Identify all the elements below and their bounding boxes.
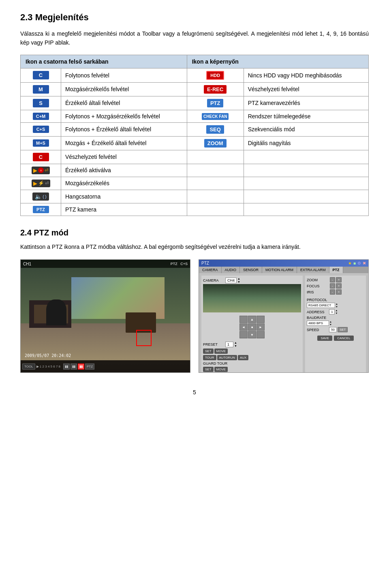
tab-ptz[interactable]: PTZ xyxy=(329,267,343,273)
text-cell-right: Nincs HDD vagy HDD meghibásodás xyxy=(244,68,368,82)
speed-set[interactable]: SET xyxy=(338,327,348,332)
motion-wave-icon: ▶ ⚡ ⏎ xyxy=(32,180,50,187)
zoom-minus[interactable]: - xyxy=(330,277,335,282)
protocol-up[interactable]: ▲ xyxy=(336,303,338,305)
text-cell: Mozgásérzékelés xyxy=(61,177,187,190)
addr-up[interactable]: ▲ xyxy=(335,309,338,312)
iris-plus[interactable]: + xyxy=(336,289,342,295)
empty-icon-cell xyxy=(187,190,244,203)
icon-cell-right: HDD xyxy=(187,68,244,82)
speed-value: 50 xyxy=(329,327,337,332)
empty-text-cell xyxy=(244,150,368,164)
aux-button[interactable]: AUX xyxy=(238,355,248,360)
m-icon: M xyxy=(33,85,49,94)
table-row: ▶ ● ⏎ Érzékelő aktiválva xyxy=(21,164,369,177)
focus-plus[interactable]: + xyxy=(336,283,342,289)
dir-downright[interactable] xyxy=(256,331,265,338)
empty-icon-cell xyxy=(187,177,244,190)
save-button[interactable]: SAVE xyxy=(317,336,332,341)
baud-up[interactable]: ▲ xyxy=(329,321,332,323)
cancel-button[interactable]: CANCEL xyxy=(334,336,353,341)
speed-label: SPEED xyxy=(307,328,329,332)
focus-row: FOCUS - + xyxy=(307,283,364,289)
ptz-cs-labels: PTZ C+S xyxy=(171,262,188,266)
empty-icon-cell xyxy=(187,150,244,164)
tab-audio[interactable]: AUDIO xyxy=(222,267,240,273)
table-row: C+S Folytonos + Érzékelő általi felvétel… xyxy=(21,122,369,136)
focus-minus[interactable]: - xyxy=(330,283,335,289)
table-row: C Vészhelyzeti felvétel xyxy=(21,150,369,164)
table-row: C+M Folytonos + Mozgásérzékelős felvétel… xyxy=(21,110,369,122)
baudrate-label: BAUDRATE xyxy=(307,316,329,320)
preset-label: PRESET xyxy=(203,342,225,346)
speed-row: SPEED 50 SET xyxy=(307,327,364,332)
baudrate-row: BAUDRATE xyxy=(307,316,364,320)
dir-downleft[interactable] xyxy=(239,331,248,338)
zoom-icon: ZOOM xyxy=(204,139,227,148)
preset-value: 1 xyxy=(225,342,233,347)
tab-camera[interactable]: CAMERA xyxy=(199,267,222,273)
ptz-right-column: ZOOM - + FOCUS - + IRIS - + xyxy=(305,276,366,373)
dir-stop[interactable]: ■ xyxy=(248,323,256,331)
dir-down[interactable]: ▼ xyxy=(248,331,256,338)
tour-button[interactable]: TOUR xyxy=(203,355,216,360)
icon-cell-right: SEQ xyxy=(187,122,244,136)
addr-down[interactable]: ▼ xyxy=(335,312,338,314)
preset-down[interactable]: ▼ xyxy=(234,344,237,347)
protocol-down[interactable]: ▼ xyxy=(336,306,338,308)
icon-cell: M+S xyxy=(21,136,61,150)
cs-icon: C+S xyxy=(33,126,49,133)
guard-tour-row: GUARD TOUR xyxy=(203,361,301,366)
save-cancel-row: SAVE CANCEL xyxy=(307,336,364,341)
table-col1-header: Ikon a csatorna felső sarkában xyxy=(21,55,187,68)
dir-upright[interactable] xyxy=(256,316,265,323)
camera-scene xyxy=(21,268,190,360)
ptz-intro-text: Kattintson a PTZ ikonra a PTZ módba vált… xyxy=(20,242,369,251)
table-row: ▶ ⚡ ⏎ Mozgásérzékelés xyxy=(21,177,369,190)
ch-up-arrow[interactable]: ▲ xyxy=(237,277,240,280)
dir-right[interactable]: ► xyxy=(256,323,265,331)
empty-text-cell xyxy=(244,164,368,177)
text-cell: Vészhelyzeti felvétel xyxy=(61,150,187,164)
tab-extra-alarm[interactable]: EXTRA ALARM xyxy=(297,267,329,273)
icon-cell: M xyxy=(21,82,61,96)
iris-minus[interactable]: - xyxy=(330,289,335,295)
guard-set-button[interactable]: SET xyxy=(203,367,214,372)
ptz-titlebar: PTZ ★ ■ ⚙ ✖ xyxy=(199,260,368,267)
address-value: 1 xyxy=(329,309,335,314)
tab-sensor[interactable]: SENSOR xyxy=(240,267,262,273)
hdd-icon: HDD xyxy=(206,71,224,80)
text-cell-right: Digitális nagyítás xyxy=(244,136,368,150)
detection-box xyxy=(136,330,152,346)
tab-motion-alarm[interactable]: MOTION ALARM xyxy=(262,267,297,273)
text-cell: Érzékelő aktiválva xyxy=(61,164,187,177)
guard-move-button[interactable]: MOVE xyxy=(214,367,228,372)
set-button[interactable]: SET xyxy=(203,349,214,354)
icon-cell: C+M xyxy=(21,110,61,122)
preset-up[interactable]: ▲ xyxy=(234,341,237,344)
protocol-label: PROTOCOL xyxy=(307,298,329,302)
ptz-left-column: CAMERA CH4 ▲ ▼ ▲ xyxy=(201,276,303,373)
icon-cell: C+S xyxy=(21,122,61,136)
dir-left[interactable]: ◄ xyxy=(239,323,248,331)
dir-up[interactable]: ▲ xyxy=(248,316,256,323)
page-number: 5 xyxy=(20,389,369,396)
tool-btn[interactable]: TOOL xyxy=(22,363,35,370)
autorun-button[interactable]: AUTORUN xyxy=(217,355,237,360)
focus-label: FOCUS xyxy=(307,284,329,288)
text-cell: Folytonos felvétel xyxy=(61,68,187,82)
cam-overlay-top: CH1 PTZ C+S xyxy=(21,260,190,268)
empty-text-cell xyxy=(244,203,368,216)
zoom-plus[interactable]: + xyxy=(336,277,342,282)
tour-row: TOUR AUTORUN AUX xyxy=(203,355,301,360)
monitor-icon: ■ xyxy=(353,261,356,265)
move-button[interactable]: MOVE xyxy=(214,349,228,354)
baud-down[interactable]: ▼ xyxy=(329,323,332,326)
icon-cell: C xyxy=(21,150,61,164)
ch-down-arrow[interactable]: ▼ xyxy=(237,280,240,283)
intro-paragraph: Válassza ki a megfelelő megjelenítési mó… xyxy=(20,29,369,47)
address-row: ADDRESS 1 ▲ ▼ xyxy=(307,309,364,314)
table-row: M Mozgásérzékelős felvétel E-REC Vészhel… xyxy=(21,82,369,96)
table-row: M+S Mozgás + Érzékelő általi felvétel ZO… xyxy=(21,136,369,150)
dir-upleft[interactable] xyxy=(239,316,248,323)
